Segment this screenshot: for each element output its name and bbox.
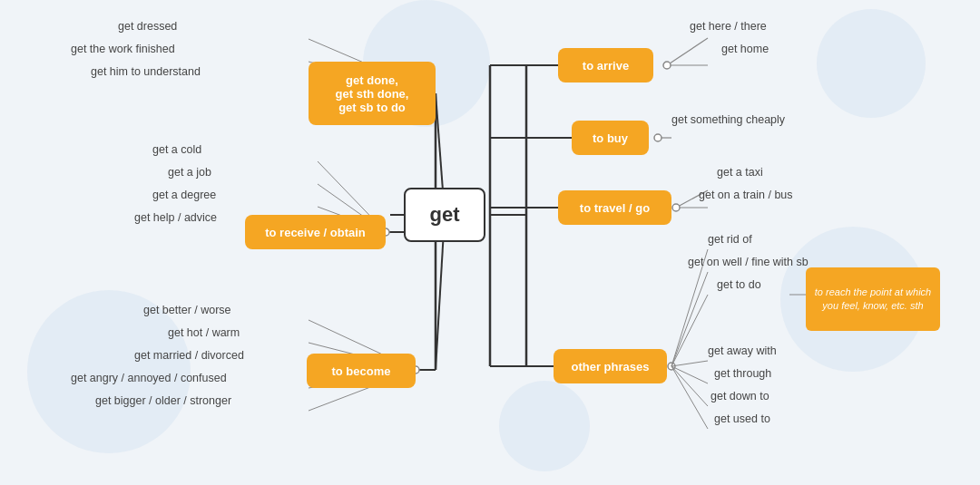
text-get-dressed: get dressed [118, 20, 177, 33]
text-get-away: get away with [708, 344, 777, 357]
center-label: get [430, 203, 460, 227]
tooltip-get-to-do: to reach the point at which you feel, kn… [806, 267, 940, 331]
svg-point-28 [668, 363, 675, 370]
svg-line-35 [671, 366, 708, 429]
text-get-rid: get rid of [708, 233, 752, 246]
text-get-work-finished: get the work finished [71, 43, 175, 55]
text-get-through: get through [714, 367, 771, 380]
text-get-degree: get a degree [152, 189, 216, 201]
text-get-angry: get angry / annoyed / confused [71, 372, 227, 384]
text-get-bigger: get bigger / older / stronger [95, 394, 231, 407]
text-get-train-bus: get on a train / bus [699, 189, 793, 201]
svg-line-32 [671, 361, 708, 366]
svg-line-34 [671, 366, 708, 406]
svg-line-30 [671, 272, 708, 366]
text-get-better: get better / worse [143, 304, 231, 316]
text-get-him-understand: get him to understand [91, 65, 201, 78]
node-to-receive: to receive / obtain [245, 215, 386, 249]
get-done-label: get done, get sth done, get sb to do [336, 73, 409, 114]
node-get-done: get done, get sth done, get sb to do [309, 62, 436, 125]
node-other-phrases: other phrases [554, 349, 667, 383]
svg-point-22 [663, 62, 671, 69]
svg-point-27 [672, 204, 680, 211]
text-get-hot: get hot / warm [168, 326, 240, 339]
text-get-here: get here / there [690, 20, 767, 33]
text-get-home: get home [721, 43, 769, 55]
center-node: get [404, 188, 485, 242]
text-get-taxi: get a taxi [717, 166, 763, 179]
svg-point-24 [654, 134, 662, 141]
text-get-cheaply: get something cheaply [671, 113, 785, 126]
node-to-become: to become [307, 354, 416, 388]
text-get-down: get down to [710, 390, 769, 403]
text-get-job: get a job [168, 166, 211, 179]
text-get-to-do: get to do [717, 278, 761, 291]
text-get-help: get help / advice [134, 211, 217, 224]
node-to-travel: to travel / go [558, 190, 671, 225]
node-to-arrive: to arrive [558, 48, 653, 82]
svg-line-31 [671, 295, 708, 366]
node-to-buy: to buy [572, 121, 649, 155]
svg-line-20 [667, 38, 708, 65]
text-get-married: get married / divorced [134, 349, 244, 362]
text-get-on-well: get on well / fine with sb [688, 256, 808, 268]
text-get-cold: get a cold [152, 143, 201, 156]
svg-line-33 [671, 366, 708, 383]
text-get-used-to: get used to [714, 412, 770, 425]
